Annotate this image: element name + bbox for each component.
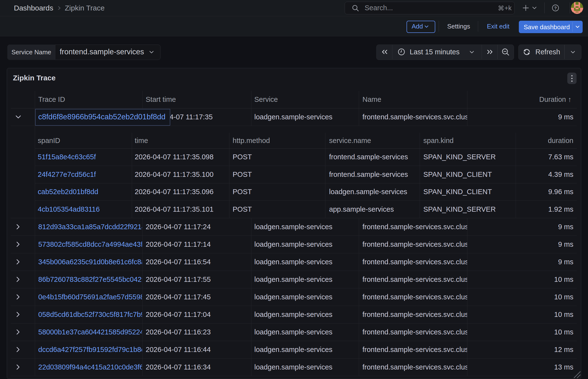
svg-text:?: ?	[554, 6, 556, 10]
